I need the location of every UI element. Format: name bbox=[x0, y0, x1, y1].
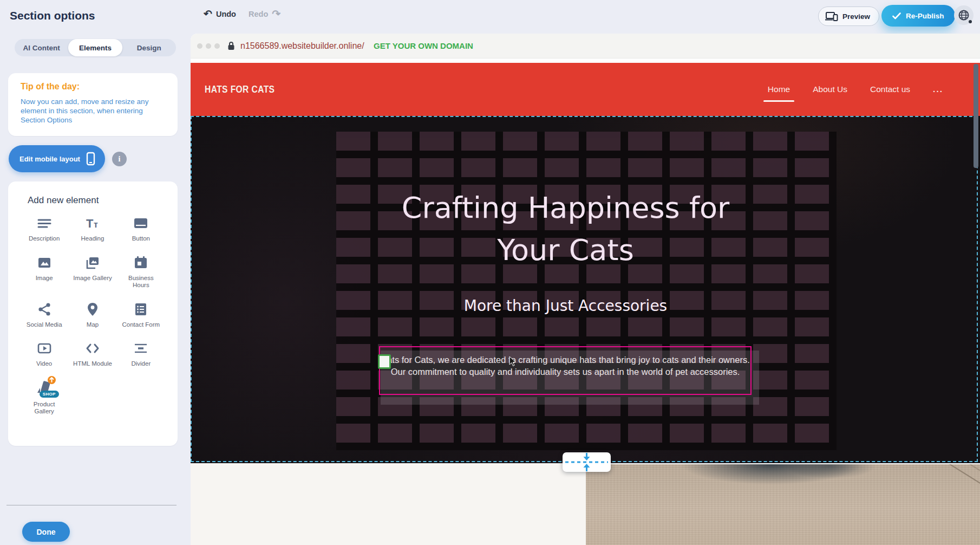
upgrade-arrow-badge bbox=[48, 376, 56, 384]
lock-icon bbox=[227, 41, 235, 53]
nav-about-us[interactable]: About Us bbox=[812, 79, 848, 100]
element-drag-handle[interactable] bbox=[378, 354, 391, 369]
html-module-icon bbox=[84, 340, 101, 356]
tip-title: Tip of the day: bbox=[21, 82, 80, 92]
undo-button[interactable]: ↶ Undo bbox=[204, 9, 236, 19]
info-icon[interactable]: i bbox=[112, 152, 127, 166]
site-logo[interactable]: HATS FOR CATS bbox=[205, 83, 275, 95]
element-divider[interactable]: Divider bbox=[117, 340, 165, 368]
preview-devices-icon bbox=[825, 11, 838, 22]
redo-button[interactable]: Redo ↷ bbox=[249, 9, 280, 19]
done-button[interactable]: Done bbox=[22, 522, 70, 542]
next-section-background bbox=[191, 463, 586, 545]
republish-button[interactable]: Re-Publish bbox=[881, 5, 955, 27]
social-media-icon bbox=[36, 301, 53, 317]
element-image-gallery[interactable]: Image Gallery bbox=[68, 255, 116, 289]
contact-form-icon bbox=[133, 301, 149, 317]
browser-dot bbox=[206, 43, 211, 49]
page-title: Section options bbox=[10, 9, 95, 22]
browser-dot bbox=[214, 43, 220, 49]
section-options-editor: Section options AI Content Elements Desi… bbox=[0, 0, 980, 545]
image-gallery-icon bbox=[84, 255, 101, 271]
image-icon bbox=[36, 255, 53, 271]
get-domain-link[interactable]: GET YOUR OWN DOMAIN bbox=[374, 41, 473, 50]
hero-heading-line1[interactable]: Crafting Happiness for bbox=[191, 191, 940, 225]
element-image[interactable]: Image bbox=[20, 255, 68, 289]
pavement-seam bbox=[926, 464, 980, 512]
nav-contact-us[interactable]: Contact us bbox=[869, 79, 911, 100]
element-description[interactable]: Description bbox=[20, 215, 68, 243]
add-element-card: Add new element Description T т Heading bbox=[8, 181, 178, 446]
undo-icon: ↶ bbox=[204, 9, 212, 19]
tab-design[interactable]: Design bbox=[122, 39, 176, 56]
preview-button[interactable]: Preview bbox=[818, 7, 879, 26]
site-preview-window: n1566589.websitebuilder.online/ GET YOUR… bbox=[191, 34, 980, 545]
element-grid: Description T т Heading Button bbox=[20, 215, 165, 416]
globe-status-dot bbox=[969, 20, 972, 23]
tip-of-the-day-card: Tip of the day: Now you can add, move an… bbox=[8, 73, 178, 136]
hero-section[interactable]: Crafting Happiness for Your Cats More th… bbox=[191, 116, 980, 463]
element-heading[interactable]: T т Heading bbox=[68, 215, 116, 243]
svg-text:T: T bbox=[86, 217, 94, 230]
hero-paragraph[interactable]: Hats for Cats, we are dedicated to craft… bbox=[379, 354, 752, 378]
nav-more-menu[interactable]: ... bbox=[932, 79, 944, 100]
element-business-hours[interactable]: Business Hours bbox=[117, 255, 165, 289]
site-url[interactable]: n1566589.websitebuilder.online/ bbox=[240, 41, 364, 51]
edit-mobile-layout-label: Edit mobile layout bbox=[19, 155, 80, 163]
add-element-title: Add new element bbox=[28, 195, 99, 206]
svg-text:т: т bbox=[94, 220, 98, 229]
browser-dot bbox=[197, 43, 202, 49]
map-icon bbox=[84, 301, 101, 317]
edit-mobile-layout-button[interactable]: Edit mobile layout bbox=[9, 145, 105, 172]
redo-icon: ↷ bbox=[272, 9, 280, 19]
panel-tabs: AI Content Elements Design bbox=[15, 39, 176, 56]
element-button[interactable]: Button bbox=[117, 215, 165, 243]
hero-subheading[interactable]: More than Just Accessories bbox=[191, 297, 940, 315]
description-icon bbox=[36, 215, 53, 231]
heading-icon: T т bbox=[84, 215, 101, 231]
language-globe-button[interactable] bbox=[954, 5, 974, 25]
element-social-media[interactable]: Social Media bbox=[20, 301, 68, 329]
browser-bar: n1566589.websitebuilder.online/ GET YOUR… bbox=[191, 34, 980, 59]
element-contact-form[interactable]: Contact Form bbox=[117, 301, 165, 329]
tab-ai-content[interactable]: AI Content bbox=[15, 39, 68, 56]
button-icon bbox=[133, 215, 149, 231]
tab-elements[interactable]: Elements bbox=[68, 39, 122, 56]
nav-home[interactable]: Home bbox=[767, 79, 791, 100]
check-icon bbox=[892, 12, 901, 20]
pavement-image bbox=[586, 464, 980, 545]
pavement-seam bbox=[906, 464, 980, 545]
divider-icon bbox=[133, 340, 149, 356]
globe-icon bbox=[958, 9, 970, 21]
scrollbar-thumb[interactable] bbox=[974, 64, 978, 168]
site-header[interactable]: HATS FOR CATS Home About Us Contact us .… bbox=[191, 63, 980, 116]
shop-badge: SHOP bbox=[40, 391, 59, 398]
business-hours-icon bbox=[133, 255, 149, 271]
element-video[interactable]: Video bbox=[20, 340, 68, 368]
site-nav: Home About Us Contact us ... bbox=[767, 63, 944, 116]
element-html-module[interactable]: HTML Module bbox=[68, 340, 116, 368]
element-product-gallery[interactable]: SHOP Product Gallery bbox=[20, 380, 68, 416]
phone-icon bbox=[86, 152, 95, 166]
hero-heading-line2[interactable]: Your Cats bbox=[191, 233, 940, 267]
element-map[interactable]: Map bbox=[68, 301, 116, 329]
resize-arrows-icon bbox=[563, 452, 611, 472]
tip-body: Now you can add, move and resize any ele… bbox=[21, 97, 168, 125]
video-icon bbox=[36, 340, 53, 356]
panel-divider bbox=[6, 505, 177, 505]
section-resize-handle[interactable] bbox=[563, 452, 611, 472]
